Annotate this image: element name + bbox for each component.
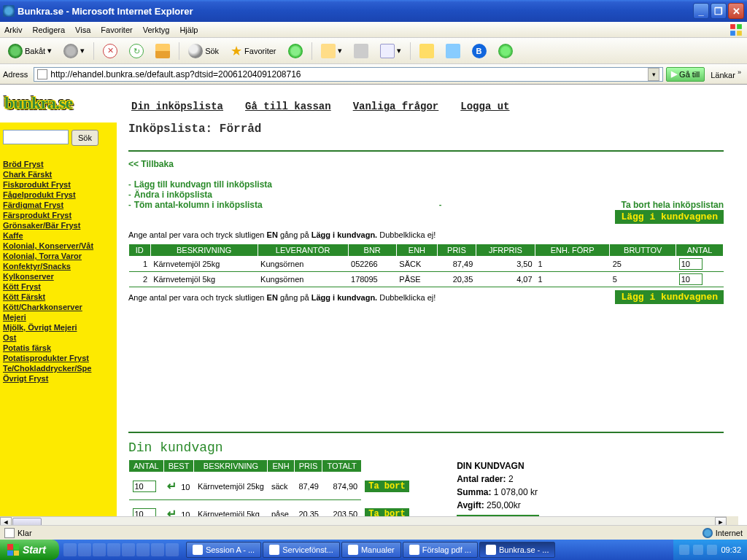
nav-inkopslista[interactable]: Din inköpslista	[131, 101, 223, 112]
action-add[interactable]: Lägg till kundvagn till inköpslista	[134, 179, 272, 190]
menu-favoriter[interactable]: Favoriter	[101, 26, 132, 34]
tool-button-2[interactable]	[441, 41, 465, 61]
category-link[interactable]: Mjölk, Övrigt Mejeri	[3, 322, 114, 332]
close-button[interactable]: ✕	[728, 3, 744, 19]
task-icon	[486, 545, 496, 555]
category-link[interactable]: Kött Färskt	[3, 292, 114, 302]
ql-icon[interactable]	[107, 543, 120, 556]
ql-icon[interactable]	[151, 543, 164, 556]
go-button[interactable]: ▶Gå till	[666, 67, 705, 82]
menu-verktyg[interactable]: Verktyg	[143, 26, 170, 34]
refresh-button[interactable]: ↻	[124, 41, 149, 61]
category-link[interactable]: Kaffe	[3, 230, 114, 241]
menu-redigera[interactable]: Redigera	[32, 26, 65, 34]
category-link[interactable]: Kött/Charkkonserver	[3, 302, 114, 312]
tray-icon[interactable]	[679, 545, 689, 555]
tool-button-1[interactable]	[414, 41, 439, 61]
page-icon	[37, 69, 47, 79]
update-arrow-icon[interactable]: ↵	[167, 480, 177, 492]
taskbar-task[interactable]: Session A - ...	[186, 542, 261, 558]
category-link[interactable]: Potatisprodukter Fryst	[3, 353, 114, 363]
url-input[interactable]: http://ehandel.bunkra.se/default.asp?dts…	[34, 67, 663, 82]
edit-button[interactable]: ▾	[375, 41, 406, 61]
sidebar-search-button[interactable]: Sök	[71, 130, 98, 146]
ql-icon[interactable]	[78, 543, 91, 556]
quick-launch	[59, 543, 183, 556]
action-edit[interactable]: Ändra i inköpslista	[134, 190, 212, 200]
qty-input[interactable]	[679, 273, 703, 285]
page-icon	[4, 528, 15, 538]
category-link[interactable]: Fiskprodukt Fryst	[3, 179, 114, 190]
category-link[interactable]: Grönsaker/Bär Fryst	[3, 220, 114, 230]
category-link[interactable]: Bröd Fryst	[3, 159, 114, 169]
search-button[interactable]: Sök	[183, 41, 224, 61]
category-link[interactable]: Kolonial, Konserver/Våt	[3, 241, 114, 251]
column-header: ENH. FÖRP	[535, 244, 610, 257]
category-link[interactable]: Konfektyr/Snacks	[3, 261, 114, 271]
favorites-button[interactable]: ★Favoriter	[225, 41, 281, 61]
forward-button[interactable]: ▾	[58, 41, 90, 61]
history-button[interactable]	[283, 41, 308, 61]
ql-icon[interactable]	[93, 543, 106, 556]
add-to-cart-button-bottom[interactable]: Lägg i kundvagnen	[615, 290, 724, 304]
history-icon	[288, 44, 303, 58]
category-link[interactable]: Mejeri	[3, 312, 114, 322]
taskbar-task[interactable]: Manualer	[341, 542, 401, 558]
mail-button[interactable]: ▾	[316, 41, 347, 61]
url-dropdown[interactable]: ▾	[648, 68, 659, 81]
tray-icon[interactable]	[693, 545, 703, 555]
action-delete[interactable]: Ta bort hela inköpslistan	[622, 200, 724, 210]
home-icon	[155, 44, 170, 58]
category-link[interactable]: Kylkonserver	[3, 271, 114, 281]
add-to-cart-button-top[interactable]: Lägg i kundvagnen	[615, 210, 724, 224]
mail-icon	[321, 44, 336, 58]
ql-icon[interactable]	[63, 543, 77, 556]
remove-button[interactable]: Ta bort	[365, 481, 409, 492]
menu-hjalp[interactable]: Hjälp	[179, 26, 198, 34]
start-button[interactable]: Start	[0, 540, 59, 560]
minimize-button[interactable]: _	[693, 3, 709, 19]
action-clear[interactable]: Töm antal-kolumn i inköpslista	[134, 200, 263, 210]
maximize-button[interactable]: ❐	[711, 3, 727, 19]
sidebar-search-input[interactable]	[3, 130, 69, 144]
ql-icon[interactable]	[136, 543, 150, 556]
nav-loggaut[interactable]: Logga ut	[460, 101, 509, 112]
menu-visa[interactable]: Visa	[75, 26, 90, 34]
links-menu[interactable]: Länkar »	[708, 69, 744, 79]
back-button[interactable]: Bakåt ▾	[3, 41, 57, 61]
category-link[interactable]: Kött Fryst	[3, 281, 114, 292]
taskbar-task[interactable]: Servicefönst...	[263, 542, 340, 558]
column-header: BRUTTOV	[610, 244, 676, 257]
ql-icon[interactable]	[122, 543, 135, 556]
taskbar-task[interactable]: Bunkra.se - ...	[479, 542, 555, 558]
taskbar-task[interactable]: Förslag pdf ...	[403, 542, 478, 558]
bluetooth-button[interactable]: B	[467, 41, 492, 61]
ql-icon[interactable]	[166, 543, 179, 556]
category-link[interactable]: Potatis färsk	[3, 343, 114, 353]
category-link[interactable]: Färdigmat Fryst	[3, 200, 114, 210]
menu-arkiv[interactable]: Arkiv	[4, 26, 22, 34]
category-link[interactable]: Färsprodukt Fryst	[3, 210, 114, 220]
home-button[interactable]	[150, 41, 175, 61]
messenger-button[interactable]	[493, 41, 518, 61]
column-header: BESKRIVNING	[194, 460, 268, 472]
category-link[interactable]: Övrigt Fryst	[3, 373, 114, 384]
back-link[interactable]: << Tillbaka	[128, 159, 174, 169]
cart-qty-input[interactable]	[133, 481, 156, 492]
category-link[interactable]: Chark Färskt	[3, 169, 114, 179]
category-link[interactable]: Fågelprodukt Fryst	[3, 190, 114, 200]
category-link[interactable]: Te/Chokladdrycker/Spe	[3, 363, 114, 373]
category-link[interactable]: Kolonial, Torra Varor	[3, 251, 114, 261]
nav-fragor[interactable]: Vanliga frågor	[353, 101, 439, 112]
main-content: Inköpslista: Förråd << Tillbaka -Lägg ti…	[128, 122, 724, 306]
column-header: BEST	[163, 460, 194, 472]
table-row: 1Kärnvetemjöl 25kgKungsörnen052266SÄCK87…	[129, 257, 724, 272]
tray-icon[interactable]	[707, 545, 717, 555]
nav-kassan[interactable]: Gå till kassan	[245, 101, 331, 112]
qty-input[interactable]	[679, 258, 703, 270]
task-icon	[348, 545, 358, 555]
site-logo[interactable]: bunkra.se	[4, 93, 72, 113]
stop-button[interactable]	[98, 41, 123, 61]
print-button[interactable]	[349, 41, 374, 61]
category-link[interactable]: Ost	[3, 332, 114, 343]
